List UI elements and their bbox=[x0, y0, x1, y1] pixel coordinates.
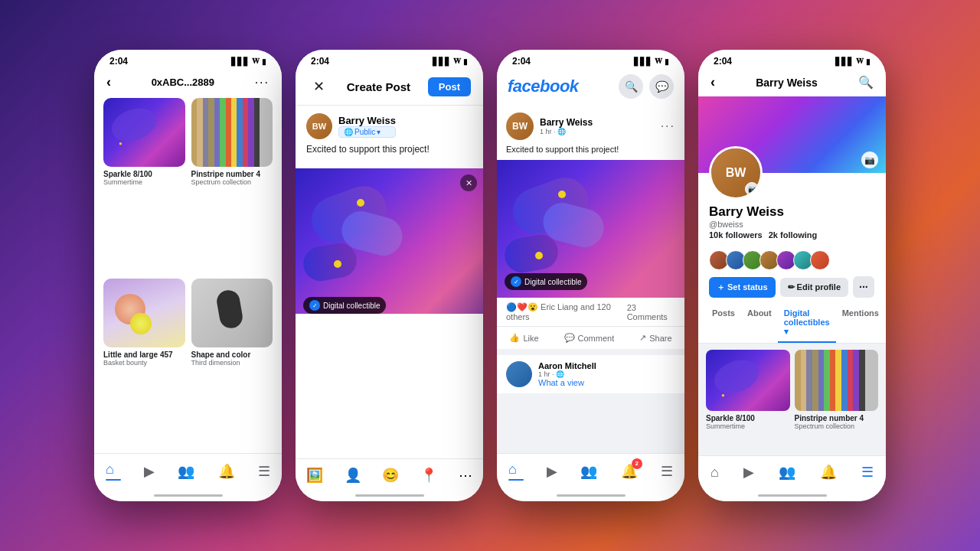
nav-menu-1[interactable]: ☰ bbox=[258, 463, 270, 480]
feed-verified-icon: ✓ bbox=[511, 276, 521, 287]
nav-home-1[interactable]: ⌂ bbox=[106, 461, 121, 481]
tab-about[interactable]: About bbox=[741, 304, 778, 343]
nav-menu-3[interactable]: ☰ bbox=[661, 463, 673, 480]
feed-digital-collectible-badge: ✓ Digital collectible bbox=[505, 273, 587, 290]
header-action-icons: 🔍 💬 bbox=[619, 74, 674, 99]
edit-icon: ✏ bbox=[788, 282, 795, 292]
feed-post-header: BW Barry Weiss 1 hr · 🌐 ··· bbox=[497, 105, 684, 145]
comment-text: What a view bbox=[538, 378, 596, 387]
comment-count: 23 Comments bbox=[627, 303, 675, 321]
profile-tabs: Posts About Digital collectibles Mention… bbox=[698, 304, 886, 344]
profile-nft-name-sparkle: Sparkle 8/100 bbox=[706, 414, 790, 422]
post-image-thumbnail: ✕ ✓ Digital collectible bbox=[296, 168, 483, 314]
nav-groups-3[interactable]: 👥 bbox=[580, 463, 597, 480]
post-options-button[interactable]: ··· bbox=[661, 119, 675, 133]
nft-collection-shape: Third dimension bbox=[191, 359, 273, 367]
profile-nft-thumb-pinstripe bbox=[795, 350, 879, 411]
feed-poster-avatar: BW bbox=[506, 112, 534, 140]
battery-icon-2: ▮ bbox=[463, 57, 468, 66]
nav-notif-4[interactable]: 🔔 bbox=[820, 464, 837, 481]
nav-video-4[interactable]: ▶ bbox=[743, 464, 754, 481]
nav-notif-1[interactable]: 🔔 bbox=[218, 463, 235, 480]
tag-people-button[interactable]: 👤 bbox=[345, 467, 361, 484]
comment-button[interactable]: 💬 Comment bbox=[558, 330, 621, 346]
create-post-header: ✕ Create Post Post bbox=[296, 70, 483, 106]
create-post-body: BW Barry Weiss 🌐 Public ▾ Excited to sup… bbox=[296, 106, 483, 168]
add-photo-button[interactable]: 🖼️ bbox=[306, 467, 323, 484]
signal-icon-4: ▋▋▋ bbox=[835, 57, 854, 66]
plus-icon: ＋ bbox=[717, 282, 725, 293]
emoji-button[interactable]: 😊 bbox=[382, 467, 399, 484]
wifi-icon-1: 𝐖 bbox=[252, 57, 260, 66]
home-bar-4 bbox=[698, 491, 886, 501]
feed-badge-label: Digital collectible bbox=[524, 278, 581, 286]
remove-image-button[interactable]: ✕ bbox=[460, 174, 477, 191]
search-button-3[interactable]: 🔍 bbox=[619, 74, 643, 99]
active-indicator bbox=[106, 479, 121, 481]
audience-selector[interactable]: 🌐 Public ▾ bbox=[338, 126, 396, 138]
back-button-1[interactable]: ‹ bbox=[106, 74, 111, 90]
wifi-icon-3: 𝐖 bbox=[655, 57, 662, 66]
nft-item-pinstripe[interactable]: Pinstripe number 4 Spectrum collection bbox=[191, 98, 273, 272]
profile-nft-pinstripe[interactable]: Pinstripe number 4 Spectrum collection bbox=[795, 350, 879, 449]
profile-nft-name-pinstripe: Pinstripe number 4 bbox=[795, 414, 879, 422]
tab-mentions[interactable]: Mentions bbox=[836, 304, 885, 343]
time-3: 2:04 bbox=[512, 56, 531, 67]
nav-groups-4[interactable]: 👥 bbox=[779, 464, 795, 481]
avatar-camera-button[interactable]: 📷 bbox=[745, 182, 759, 196]
nft-name-shape: Shape and color bbox=[191, 350, 273, 359]
phone-facebook-feed: 2:04 ▋▋▋ 𝐖 ▮ facebook 🔍 💬 BW Barry Weiss bbox=[497, 50, 684, 501]
phone-profile: 2:04 ▋▋▋ 𝐖 ▮ ‹ Barry Weiss 🔍 📷 BW 📷 bbox=[698, 50, 886, 501]
back-button-4[interactable]: ‹ bbox=[710, 74, 715, 90]
nav-video-1[interactable]: ▶ bbox=[144, 463, 155, 480]
groups-icon-3: 👥 bbox=[580, 463, 597, 480]
post-button[interactable]: Post bbox=[428, 77, 471, 96]
tab-digital-collectibles[interactable]: Digital collectibles bbox=[778, 304, 836, 343]
nav-video-3[interactable]: ▶ bbox=[547, 463, 557, 480]
chevron-icon: ▾ bbox=[377, 128, 381, 136]
location-button[interactable]: 📍 bbox=[420, 467, 437, 484]
nav-menu-4[interactable]: ☰ bbox=[861, 464, 874, 481]
nft-name-sparkle: Sparkle 8/100 bbox=[103, 170, 185, 178]
signal-icon-2: ▋▋▋ bbox=[433, 57, 451, 66]
nav-groups-1[interactable]: 👥 bbox=[178, 463, 194, 480]
more-options-profile-button[interactable]: ··· bbox=[853, 276, 874, 298]
close-button[interactable]: ✕ bbox=[308, 76, 329, 97]
nav-notif-3[interactable]: 🔔 bbox=[621, 463, 638, 480]
feed-reactions-bar: 🔵❤️😮 Eric Liang and 120 others 23 Commen… bbox=[497, 298, 684, 327]
set-status-button[interactable]: ＋ Set status bbox=[709, 277, 776, 298]
wifi-icon-2: 𝐖 bbox=[453, 57, 461, 66]
nft-item-shape[interactable]: Shape and color Third dimension bbox=[191, 279, 273, 453]
phone-nft-gallery: 2:04 ▋▋▋ 𝐖 ▮ ‹ 0xABC...2889 ··· Sparkle … bbox=[94, 50, 282, 501]
nft-thumb-sparkle bbox=[103, 98, 185, 167]
profile-nft-sparkle[interactable]: Sparkle 8/100 Summertime bbox=[706, 350, 790, 449]
home-icon-1: ⌂ bbox=[106, 461, 121, 478]
profile-display-name: Barry Weiss bbox=[709, 204, 875, 220]
nft-item-little[interactable]: Little and large 457 Basket bounty bbox=[103, 279, 185, 453]
bell-icon-4: 🔔 bbox=[820, 464, 837, 481]
friends-preview bbox=[698, 246, 886, 273]
time-4: 2:04 bbox=[714, 56, 732, 67]
profile-handle: @bweiss bbox=[709, 220, 875, 229]
edit-profile-button[interactable]: ✏ Edit profile bbox=[780, 278, 848, 297]
nft-name-pinstripe: Pinstripe number 4 bbox=[191, 170, 273, 178]
status-bar-2: 2:04 ▋▋▋ 𝐖 ▮ bbox=[296, 50, 483, 70]
menu-button-1[interactable]: ··· bbox=[255, 76, 270, 90]
post-user-name: Barry Weiss bbox=[338, 115, 396, 126]
more-options-button[interactable]: ⋯ bbox=[459, 467, 472, 484]
feed-post-text: Excited to support this project! bbox=[497, 145, 684, 160]
home-bar-1 bbox=[94, 491, 282, 501]
home-bar-2 bbox=[296, 491, 483, 501]
nft-item-sparkle[interactable]: Sparkle 8/100 Summertime bbox=[103, 98, 185, 272]
like-button[interactable]: 👍 Like bbox=[503, 330, 544, 346]
video-icon-4: ▶ bbox=[743, 464, 754, 481]
messenger-button[interactable]: 💬 bbox=[649, 74, 674, 99]
tab-posts[interactable]: Posts bbox=[706, 304, 741, 343]
profile-nft-grid: Sparkle 8/100 Summertime Pinstripe numbe… bbox=[698, 344, 886, 455]
phones-container: 2:04 ▋▋▋ 𝐖 ▮ ‹ 0xABC...2889 ··· Sparkle … bbox=[79, 34, 901, 517]
battery-icon-4: ▮ bbox=[866, 57, 871, 66]
nav-home-4[interactable]: ⌂ bbox=[710, 465, 719, 481]
nav-home-3[interactable]: ⌂ bbox=[508, 461, 524, 481]
search-button-4[interactable]: 🔍 bbox=[858, 75, 874, 90]
share-button[interactable]: ↗ Share bbox=[633, 330, 678, 346]
